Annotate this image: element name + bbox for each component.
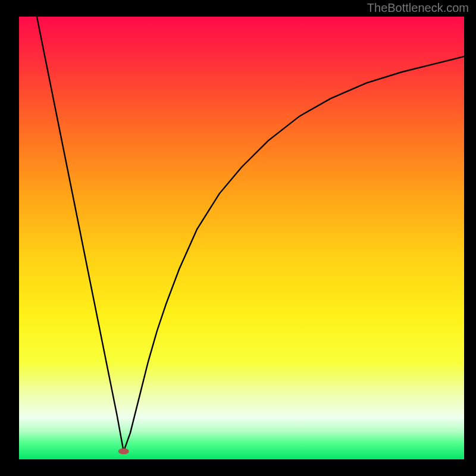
chart-container: TheBottleneck.com <box>0 0 476 476</box>
plot-background <box>19 17 464 459</box>
bottleneck-chart <box>0 0 476 476</box>
watermark-text: TheBottleneck.com <box>367 1 469 15</box>
optimal-point-marker <box>118 449 129 455</box>
